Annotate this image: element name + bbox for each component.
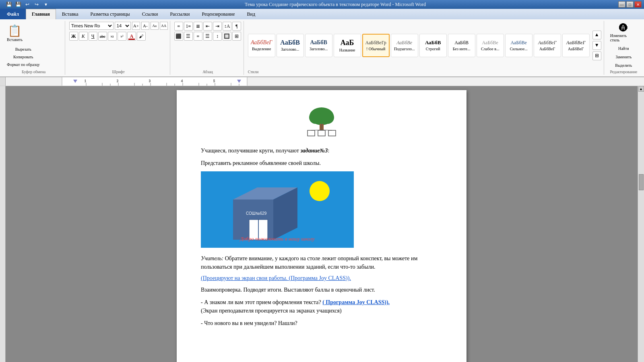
font-color-btn[interactable]: А <box>127 32 136 41</box>
decrease-font-btn[interactable]: A- <box>141 22 149 30</box>
bullets-btn[interactable]: ≡ <box>174 22 183 31</box>
style-vydelenie[interactable]: АаБбВеГ Выделение <box>248 34 275 57</box>
replace-button[interactable]: Заменить <box>613 53 634 60</box>
style-list-para[interactable]: АаБбВеГ АаБбВеГ <box>562 34 590 57</box>
link-project[interactable]: (Проецируют на экран свои работы. (Прогр… <box>201 275 351 281</box>
decrease-indent-btn[interactable]: ⇤ <box>203 22 212 31</box>
select-button[interactable]: Выделить <box>613 62 634 69</box>
close-button[interactable]: ✕ <box>634 1 642 8</box>
styles-scroll-up[interactable]: ▲ <box>592 31 601 39</box>
undo-btn[interactable]: ↩ <box>23 0 31 8</box>
highlight-btn[interactable]: 🖌 <box>137 32 146 41</box>
scroll-up-btn[interactable]: ▲ <box>638 86 644 92</box>
paragraph-content: ≡ 1≡ ≣ ⇤ ⇥ ↕A ¶ ⬛ ☰ ≡ ☰ ↕ 🔲 ⊞ <box>174 22 241 69</box>
scroll-thumb[interactable] <box>639 174 644 190</box>
style-subtitle[interactable]: АаБбВе Подзаголо... <box>391 34 418 57</box>
cut-button[interactable]: Вырезать <box>5 46 42 53</box>
tab-layout[interactable]: Разметка страницы <box>85 9 136 19</box>
align-right-btn[interactable]: ≡ <box>194 32 202 41</box>
tab-insert[interactable]: Вставка <box>56 9 85 19</box>
shading-btn[interactable]: 🔲 <box>223 32 231 41</box>
para-task-desc: Представить рекламное объявление своей ш… <box>201 159 442 167</box>
svg-point-28 <box>321 111 334 124</box>
maximize-button[interactable]: □ <box>626 1 634 8</box>
para-format-question: - А знаком ли вам этот прием оформления … <box>201 298 442 315</box>
numbering-btn[interactable]: 1≡ <box>184 22 193 31</box>
font-size-select[interactable]: 14 <box>115 22 131 30</box>
superscript-button[interactable]: x² <box>118 32 126 41</box>
style-subtle[interactable]: АаБбВе Слабое в... <box>477 34 504 57</box>
change-style-button[interactable]: 🅐 Изменить стиль <box>608 22 639 43</box>
scroll-track[interactable] <box>638 92 644 362</box>
task-number: задание№3 <box>300 148 328 154</box>
editing-content: 🅐 Изменить стиль Найти Заменить Выделить <box>608 22 639 69</box>
svg-text:1: 1 <box>85 79 86 83</box>
styles-more[interactable]: ⊞ <box>592 51 601 60</box>
style-book-title[interactable]: АаБбВеГ АаБбВеГ <box>534 34 561 57</box>
styles-scroll-down[interactable]: ▼ <box>592 41 601 50</box>
para-mutual-check: Взаимопроверка. Подводят итоги. Выставля… <box>201 286 442 294</box>
quick-access-toolbar[interactable]: 💾 💾 ↩ ↪ ▾ <box>2 0 52 9</box>
save-btn[interactable]: 💾 <box>14 0 22 8</box>
multilevel-btn[interactable]: ≣ <box>194 22 202 31</box>
redo-btn[interactable]: ↪ <box>33 0 41 8</box>
tab-review[interactable]: Рецензирование <box>196 9 241 19</box>
bold-button[interactable]: Ж <box>69 32 78 41</box>
teacher-label: Учитель <box>201 255 222 261</box>
copy-button[interactable]: Копировать <box>5 53 42 60</box>
para-row-2: ⬛ ☰ ≡ ☰ ↕ 🔲 ⊞ <box>174 32 241 41</box>
svg-text:СОШ№629: СОШ№629 <box>246 211 267 216</box>
increase-font-btn[interactable]: A+ <box>132 22 140 30</box>
tab-mailings[interactable]: Рассылки <box>164 9 196 19</box>
welcome-text-area: Добро пожаловать в нашу школу <box>201 236 354 242</box>
style-no-spacing[interactable]: АаБбВ Без инте... <box>448 34 475 57</box>
align-left-btn[interactable]: ⬛ <box>174 32 183 41</box>
task-description: Представить рекламное объявление своей ш… <box>201 160 321 166</box>
word-icon: 💾 <box>5 0 13 8</box>
strikethrough-button[interactable]: abc <box>98 32 107 41</box>
borders-btn[interactable]: ⊞ <box>232 32 241 41</box>
window-title: Тема урока Создание графического объекта… <box>52 2 618 8</box>
find-button[interactable]: Найти <box>616 45 631 52</box>
advertisement-image: СОШ№629 Добро пожаловать в нашу школу <box>201 171 354 248</box>
customize-btn[interactable]: ▾ <box>42 0 50 8</box>
style-heading2[interactable]: АаБбВ Заголово... <box>305 34 332 57</box>
italic-button[interactable]: К <box>79 32 88 41</box>
style-normal[interactable]: АаБбВеГр ! Обычный <box>362 34 390 57</box>
sort-btn[interactable]: ↕A <box>223 22 231 31</box>
aa-btn[interactable]: АА <box>160 22 168 30</box>
style-heading1[interactable]: АаБбВ Заголово... <box>277 34 304 57</box>
ribbon-tabs: Файл Главная Вставка Разметка страницы С… <box>0 9 644 19</box>
window-controls[interactable]: — □ ✕ <box>618 1 642 8</box>
para-link1: (Проецируют на экран свои работы. (Прогр… <box>201 275 442 282</box>
tab-references[interactable]: Ссылки <box>136 9 164 19</box>
increase-indent-btn[interactable]: ⇥ <box>213 22 222 31</box>
document-scroll[interactable]: Учащиеся, получившие круги, получают зад… <box>6 86 638 362</box>
right-scrollbar[interactable]: ▲ ▼ <box>638 86 644 362</box>
clear-format-btn[interactable]: Аа <box>151 22 159 30</box>
underline-button[interactable]: Ч <box>89 32 97 41</box>
ribbon-content: 📋 Вставить Вырезать Копировать Формат по… <box>0 19 644 77</box>
styles-label: Стили <box>248 69 259 74</box>
paste-button[interactable]: 📋 Вставить <box>5 23 25 43</box>
align-center-btn[interactable]: ☰ <box>184 32 193 41</box>
style-title[interactable]: АаБ Название <box>334 34 361 57</box>
format-painter-button[interactable]: Формат по образцу <box>5 61 42 68</box>
link-joy-class[interactable]: ( Программа Joy CLASS)). <box>322 299 390 305</box>
tab-home[interactable]: Главная <box>26 9 56 19</box>
subscript-button[interactable]: x₂ <box>108 32 117 41</box>
justify-btn[interactable]: ☰ <box>203 32 212 41</box>
show-marks-btn[interactable]: ¶ <box>232 22 241 31</box>
minimize-button[interactable]: — <box>618 1 625 8</box>
line-spacing-btn[interactable]: ↕ <box>213 32 222 41</box>
group-editing: 🅐 Изменить стиль Найти Заменить Выделить… <box>606 21 642 75</box>
style-strict[interactable]: АаБбВ Строгий <box>419 34 447 57</box>
tab-file[interactable]: Файл <box>0 9 26 19</box>
tab-view[interactable]: Вид <box>241 9 262 19</box>
font-name-select[interactable]: Times New Ro <box>69 22 114 30</box>
para-what-new: - Что нового вы в нем увидели? Нашли? <box>201 319 442 327</box>
group-font: Times New Ro 14 A+ A- Аа АА Ж К Ч abc x₂… <box>67 21 170 75</box>
style-intense[interactable]: АаБбВе Сильное... <box>505 34 533 57</box>
document-page: Учащиеся, получившие круги, получают зад… <box>177 90 466 362</box>
school-building-svg: СОШ№629 <box>221 179 301 244</box>
